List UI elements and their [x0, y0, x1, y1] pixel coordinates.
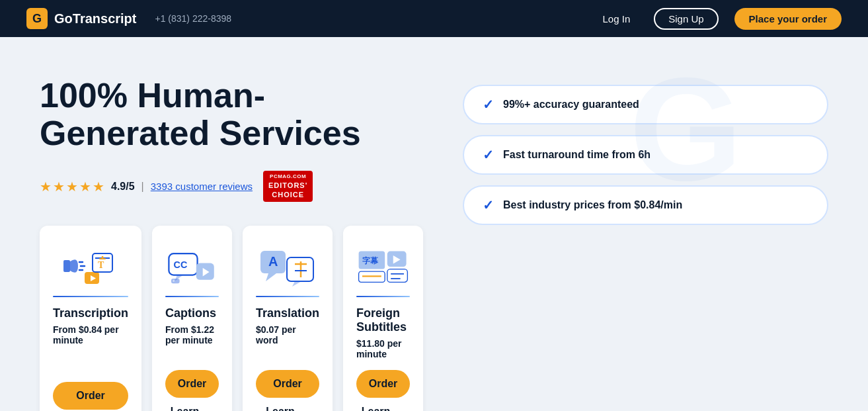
translation-order-button[interactable]: Order — [256, 370, 319, 398]
transcription-card: T Transcription From $0.84 per minute Or… — [40, 226, 141, 411]
signup-button[interactable]: Sign Up — [654, 8, 718, 30]
feature-prices-text: Best industry prices from $0.84/min — [503, 199, 682, 211]
subtitles-order-button[interactable]: Order — [356, 370, 410, 398]
feature-prices: ✓ Best industry prices from $0.84/min — [463, 185, 828, 225]
star-4: ★ — [79, 179, 91, 195]
card-divider-captions — [165, 296, 219, 297]
check-icon-1: ✓ — [483, 97, 494, 113]
main-content: G 100% Human-Generated Services ★ ★ ★ ★ … — [0, 37, 868, 411]
pc-badge-choice: CHOICE — [268, 190, 307, 199]
svg-text:A: A — [268, 254, 278, 269]
subtitles-title: Foreign Subtitles — [356, 306, 410, 334]
logo-text: GoTranscript — [54, 11, 136, 26]
captions-title: Captions — [165, 306, 219, 320]
star-rating: ★ ★ ★ ★ ★ — [40, 179, 104, 195]
card-divider-translation — [256, 296, 319, 297]
reviews-link[interactable]: 3393 customer reviews — [151, 181, 253, 192]
transcription-price: From $0.84 per minute — [53, 324, 128, 371]
transcription-icon: T — [53, 242, 128, 287]
feature-accuracy-text: 99%+ accuracy guaranteed — [503, 99, 639, 111]
star-2: ★ — [53, 179, 65, 195]
place-order-button[interactable]: Place your order — [734, 8, 842, 30]
rating-separator: | — [141, 181, 144, 193]
translation-card: A Translation $0.07 per word Order Le — [243, 226, 333, 411]
logo[interactable]: G GoTranscript — [26, 8, 136, 29]
star-5-half: ★ — [93, 179, 104, 195]
captions-learn-link[interactable]: Learn more → — [165, 406, 219, 411]
svg-rect-9 — [99, 258, 106, 259]
rating-score: 4.9/5 — [111, 181, 135, 193]
card-divider — [53, 296, 128, 297]
subtitles-card: 字幕 Foreign Subtitles $11. — [343, 226, 423, 411]
check-icon-3: ✓ — [483, 197, 494, 213]
star-1: ★ — [40, 179, 52, 195]
pc-badge: PCMAG.COM EDITORS' CHOICE — [263, 171, 313, 202]
site-header: G GoTranscript +1 (831) 222-8398 Log In … — [0, 0, 868, 37]
card-divider-subtitles — [356, 296, 410, 297]
transcription-order-button[interactable]: Order — [53, 382, 128, 410]
star-3: ★ — [66, 179, 78, 195]
svg-text:+: + — [173, 279, 175, 285]
svg-point-11 — [92, 273, 96, 277]
service-cards: T Transcription From $0.84 per minute Or… — [40, 226, 423, 411]
phone-number: +1 (831) 222-8398 — [155, 13, 231, 24]
translation-learn-link[interactable]: Learn more → — [256, 406, 319, 411]
captions-order-button[interactable]: Order — [165, 370, 219, 398]
pc-badge-top: PCMAG.COM — [268, 173, 307, 180]
check-icon-2: ✓ — [483, 147, 494, 163]
subtitles-icon: 字幕 — [356, 242, 410, 287]
svg-rect-0 — [63, 260, 70, 272]
translation-price: $0.07 per word — [256, 324, 319, 359]
login-button[interactable]: Log In — [595, 9, 639, 28]
svg-rect-30 — [387, 269, 408, 283]
feature-turnaround-text: Fast turnaround time from 6h — [503, 149, 651, 161]
feature-turnaround: ✓ Fast turnaround time from 6h — [463, 135, 828, 175]
svg-text:字幕: 字幕 — [362, 256, 379, 265]
subtitles-price: $11.80 per minute — [356, 338, 410, 359]
captions-icon: CC + — [165, 242, 219, 287]
feature-accuracy: ✓ 99%+ accuracy guaranteed — [463, 85, 828, 124]
svg-text:T: T — [98, 260, 104, 270]
translation-title: Translation — [256, 306, 319, 320]
hero-title: 100% Human-Generated Services — [40, 77, 423, 152]
translation-icon: A — [256, 242, 319, 287]
captions-price: From $1.22 per minute — [165, 324, 219, 359]
subtitles-learn-link[interactable]: Learn more → — [356, 406, 410, 411]
captions-card: CC + Captions From $1.22 per minute Orde… — [152, 226, 232, 411]
pc-badge-bottom: EDITORS' — [268, 181, 307, 190]
logo-icon: G — [26, 8, 48, 29]
left-panel: 100% Human-Generated Services ★ ★ ★ ★ ★ … — [40, 77, 423, 411]
transcription-title: Transcription — [53, 306, 128, 320]
right-panel: ✓ 99%+ accuracy guaranteed ✓ Fast turnar… — [463, 77, 828, 411]
svg-text:CC: CC — [174, 259, 188, 270]
rating-row: ★ ★ ★ ★ ★ 4.9/5 | 3393 customer reviews … — [40, 171, 423, 202]
